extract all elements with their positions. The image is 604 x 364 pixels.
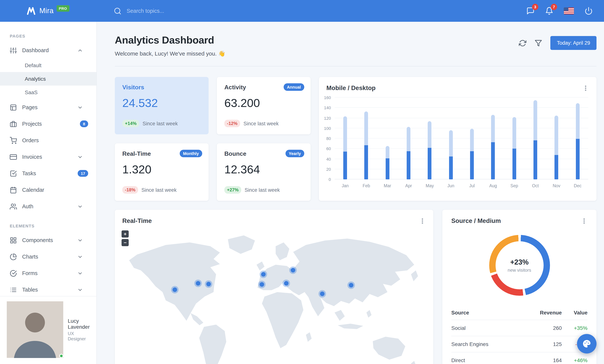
y-tick-label: 140	[324, 106, 331, 110]
x-tick-label: Jun	[440, 179, 461, 190]
map-area: + −	[115, 226, 433, 364]
map-marker[interactable]	[349, 283, 353, 288]
map-marker[interactable]	[260, 282, 264, 287]
map-zoom-in-button[interactable]: +	[122, 230, 129, 238]
bar-segment-desktop	[428, 121, 432, 148]
bar-dec[interactable]	[576, 103, 580, 179]
map-marker[interactable]	[206, 282, 211, 286]
bar-nov[interactable]	[555, 115, 558, 179]
period-badge[interactable]: Yearly	[285, 150, 304, 157]
sidebar-item-forms[interactable]: Forms	[0, 265, 96, 281]
bar-jul[interactable]	[470, 129, 474, 179]
palette-icon	[582, 339, 591, 348]
stat-value: 1.320	[122, 163, 201, 176]
search-input[interactable]	[127, 8, 247, 14]
power-icon	[584, 7, 593, 15]
chevron-down-icon	[77, 237, 83, 243]
y-tick-label: 160	[324, 95, 331, 100]
cart-icon	[10, 137, 17, 144]
sidebar-item-projects[interactable]: Projects8	[0, 116, 96, 132]
sidebar-item-label: Tables	[22, 287, 77, 293]
notifications-button[interactable]: 7	[545, 7, 553, 15]
sidebar-item-invoices[interactable]: Invoices	[0, 149, 96, 165]
language-button[interactable]	[564, 8, 574, 14]
bar-apr[interactable]	[407, 127, 410, 179]
bar-segment-mobile	[343, 152, 347, 179]
map-zoom-out-button[interactable]: −	[122, 239, 129, 246]
grid-icon	[10, 237, 17, 244]
x-tick-label: Apr	[398, 179, 419, 190]
bar-segment-desktop	[343, 116, 347, 152]
date-range-button[interactable]: Today: April 29	[551, 36, 596, 50]
sidebar-item-tasks[interactable]: Tasks17	[0, 165, 96, 182]
sidebar-item-label: Components	[22, 237, 77, 243]
sidebar-item-auth[interactable]: Auth	[0, 198, 96, 215]
stat-value: 12.364	[224, 163, 303, 176]
theme-settings-fab[interactable]	[577, 334, 596, 353]
source-medium-card: Source / Medium +23% new visitors Source…	[442, 210, 596, 364]
x-axis: JanFebMarAprMayJunJulAugSepOctNovDec	[335, 179, 588, 190]
map-marker[interactable]	[196, 281, 200, 285]
bar-may[interactable]	[428, 121, 432, 179]
source-table-row-social[interactable]: Social260+35%	[451, 320, 588, 336]
bar-oct[interactable]	[533, 100, 537, 179]
bar-feb[interactable]	[365, 112, 368, 179]
filter-icon[interactable]	[535, 39, 542, 47]
donut-center-label: new visitors	[508, 267, 531, 273]
bar-jun[interactable]	[449, 130, 453, 179]
sidebar-item-charts[interactable]: Charts	[0, 248, 96, 265]
briefcase-icon	[10, 120, 17, 127]
y-tick-label: 60	[326, 147, 331, 151]
bar-mar[interactable]	[386, 146, 390, 179]
y-tick-label: 80	[326, 136, 331, 141]
pie-chart-icon	[10, 253, 17, 260]
period-badge[interactable]: Monthly	[180, 150, 202, 157]
bar-segment-desktop	[576, 103, 580, 139]
page-header: Analytics Dashboard Welcome back, Lucy! …	[115, 35, 596, 57]
card-menu-icon[interactable]	[582, 85, 589, 91]
chart-card-title: Mobile / Desktop	[326, 84, 376, 92]
bar-segment-desktop	[513, 117, 516, 149]
world-map[interactable]	[115, 230, 433, 364]
bar-aug[interactable]	[491, 115, 495, 179]
map-marker[interactable]	[290, 268, 295, 272]
sidebar-subitem-analytics[interactable]: Analytics	[0, 72, 96, 86]
map-marker[interactable]	[173, 288, 177, 292]
source-cell: Direct	[451, 352, 521, 364]
bar-segment-mobile	[386, 158, 390, 179]
stat-note: Since last week	[245, 187, 280, 193]
sidebar-item-dashboard[interactable]: Dashboard	[0, 42, 96, 59]
bar-jan[interactable]	[343, 116, 347, 179]
map-marker[interactable]	[320, 292, 324, 296]
credit-card-icon	[10, 153, 17, 160]
x-tick-label: Aug	[483, 179, 504, 190]
source-table-row-search-engines[interactable]: Search Engines125-12%	[451, 336, 588, 352]
signout-button[interactable]	[584, 7, 593, 15]
card-menu-icon[interactable]	[581, 217, 588, 224]
source-cell: Social	[451, 320, 521, 336]
sidebar-item-components[interactable]: Components	[0, 232, 96, 248]
stat-card-real-time: Real-TimeMonthly1.320-18%Since last week	[115, 143, 209, 201]
refresh-icon[interactable]	[519, 39, 527, 47]
sidebar-user[interactable]: Lucy Lavender UX Designer	[0, 296, 96, 364]
sidebar-item-tables[interactable]: Tables	[0, 281, 96, 296]
sidebar-subitem-saas[interactable]: SaaS	[0, 86, 96, 99]
alerts-count-badge: 7	[551, 4, 557, 10]
sidebar-subitem-default[interactable]: Default	[0, 59, 96, 72]
revenue-cell: 164	[521, 352, 562, 364]
stat-card-bounce: BounceYearly12.364+27%Since last week	[217, 143, 311, 201]
bar-segment-desktop	[491, 115, 495, 142]
bar-sep[interactable]	[513, 117, 516, 179]
messages-button[interactable]: 3	[526, 7, 535, 15]
map-marker[interactable]	[284, 281, 289, 286]
sidebar-item-orders[interactable]: Orders	[0, 132, 96, 149]
map-marker[interactable]	[261, 272, 266, 276]
sidebar-nav: PAGESDashboardDefaultAnalyticsSaaSPagesP…	[0, 22, 96, 296]
sidebar-item-calendar[interactable]: Calendar	[0, 182, 96, 198]
source-table-row-direct[interactable]: Direct164+46%	[451, 352, 588, 364]
period-badge[interactable]: Annual	[283, 83, 304, 91]
brand[interactable]: Mira PRO	[26, 6, 69, 16]
bar-segment-mobile	[449, 156, 453, 179]
sidebar-item-pages[interactable]: Pages	[0, 99, 96, 116]
card-menu-icon[interactable]	[419, 217, 426, 224]
